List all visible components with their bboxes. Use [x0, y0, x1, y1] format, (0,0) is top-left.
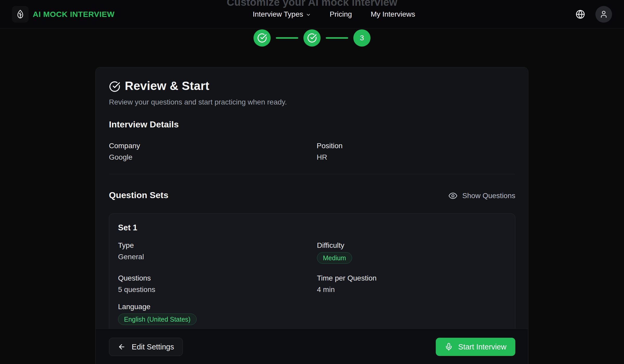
set-field-type: Type General: [118, 241, 144, 262]
language-badge: English (United States): [118, 314, 197, 325]
step-1-complete[interactable]: [254, 29, 271, 47]
set-field-time-per-question: Time per Question 4 min: [317, 274, 376, 294]
question-sets-heading: Question Sets: [109, 190, 168, 200]
set-field-label: Type: [118, 241, 134, 250]
detail-label: Company: [109, 141, 140, 151]
nav-item-interview-types[interactable]: Interview Types: [253, 10, 311, 18]
set-field-label: Time per Question: [317, 274, 376, 283]
nav-links: Interview Types Pricing My Interviews: [253, 0, 415, 29]
brand-logo[interactable]: AI MOCK INTERVIEW: [12, 0, 115, 29]
card-subtitle: Review your questions and start practici…: [109, 98, 287, 106]
detail-label: Position: [317, 141, 343, 151]
set-field-language: Language English (United States): [118, 302, 197, 325]
set-field-label: Questions: [118, 274, 151, 283]
difficulty-badge: Medium: [317, 252, 352, 264]
eye-icon: [448, 191, 458, 200]
arrow-left-icon: [118, 343, 126, 351]
check-circle-icon: [257, 33, 267, 43]
nav-item-my-interviews[interactable]: My Interviews: [371, 10, 415, 18]
navbar: AI MOCK INTERVIEW Interview Types Pricin…: [0, 0, 624, 29]
progress-stepper: 3: [0, 29, 624, 47]
globe-icon[interactable]: [576, 10, 585, 19]
detail-value: Google: [109, 153, 132, 162]
nav-item-pricing[interactable]: Pricing: [330, 10, 352, 18]
step-connector: [276, 37, 298, 39]
nav-item-label: Pricing: [330, 10, 352, 18]
detail-value: HR: [317, 153, 327, 162]
step-2-complete[interactable]: [303, 29, 321, 47]
show-questions-label: Show Questions: [462, 192, 515, 200]
step-connector: [326, 37, 348, 39]
question-set-card: Set 1 Type General Difficulty Medium Que…: [109, 213, 515, 335]
set-field-value: General: [118, 252, 144, 262]
detail-company: Company Google: [109, 141, 140, 162]
set-field-difficulty: Difficulty Medium: [317, 241, 352, 264]
step-3-current[interactable]: 3: [353, 29, 370, 47]
avatar[interactable]: [595, 6, 612, 23]
set-title: Set 1: [118, 223, 137, 232]
check-circle-icon: [307, 33, 317, 43]
card-footer: Edit Settings Start Interview: [96, 329, 528, 364]
microphone-icon: [445, 343, 453, 351]
detail-position: Position HR: [317, 141, 343, 162]
step-number: 3: [360, 34, 364, 42]
nav-item-label: My Interviews: [371, 10, 415, 18]
chevron-down-icon: [306, 12, 311, 17]
start-interview-button[interactable]: Start Interview: [436, 338, 515, 356]
user-icon: [600, 10, 608, 18]
section-divider: [109, 174, 515, 174]
set-field-label: Language: [118, 302, 151, 311]
details-heading: Interview Details: [109, 119, 179, 129]
set-field-value: 4 min: [317, 285, 335, 294]
brand-name: AI MOCK INTERVIEW: [33, 10, 115, 19]
start-interview-label: Start Interview: [458, 343, 506, 351]
card-title: Review & Start: [125, 79, 209, 93]
review-card: Review & Start Review your questions and…: [95, 67, 528, 364]
navbar-right: [576, 0, 612, 29]
edit-settings-button[interactable]: Edit Settings: [109, 338, 183, 356]
set-field-value: 5 questions: [118, 285, 155, 294]
nav-item-label: Interview Types: [253, 10, 303, 18]
show-questions-button[interactable]: Show Questions: [448, 191, 515, 200]
set-field-label: Difficulty: [317, 241, 344, 250]
leaf-icon: [12, 6, 29, 23]
check-circle-icon: [109, 81, 120, 92]
edit-settings-label: Edit Settings: [132, 343, 174, 351]
set-field-questions: Questions 5 questions: [118, 274, 155, 294]
